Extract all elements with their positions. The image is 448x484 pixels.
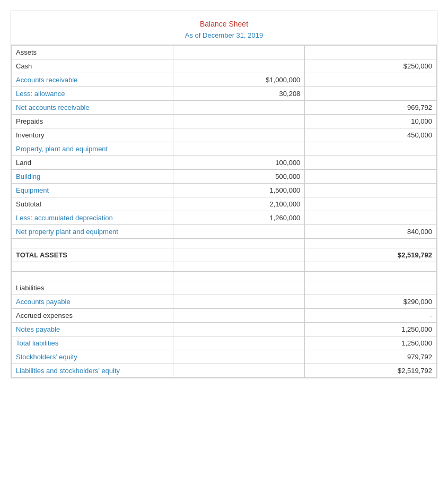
section-sub (173, 46, 305, 59)
total-value: $2,519,792 (305, 248, 437, 262)
total-value (305, 170, 437, 184)
sub-value: 2,100,000 (173, 197, 305, 211)
total-value (305, 156, 437, 170)
data-row: Less: accumulated depreciation 1,260,000 (12, 211, 437, 225)
account-label: Net property plant and equipment (12, 225, 173, 239)
sub-value (173, 142, 305, 156)
sub-value (173, 336, 305, 350)
sub-value (173, 295, 305, 309)
report-header: Balance Sheet As of December 31, 2019 (11, 11, 437, 45)
sub-value (173, 225, 305, 239)
section-total (305, 46, 437, 59)
total-value: 840,000 (305, 225, 437, 239)
data-row: Land 100,000 (12, 156, 437, 170)
data-row: Less: allowance 30,208 (12, 87, 437, 101)
sub-value: 30,208 (173, 87, 305, 101)
total-value: 979,792 (305, 350, 437, 364)
total-value: 450,000 (305, 128, 437, 142)
account-label: Liabilities and stockholders’ equity (12, 364, 173, 378)
data-row: Building 500,000 (12, 170, 437, 184)
sub-value: 1,260,000 (173, 211, 305, 225)
section-sub (173, 281, 305, 295)
data-row: Net accounts receivable 969,792 (12, 101, 437, 115)
report-title: Balance Sheet (15, 20, 433, 28)
sub-value (173, 350, 305, 364)
total-value (305, 142, 437, 156)
sub-value (173, 323, 305, 336)
sub-value (173, 309, 305, 323)
account-label: Subtotal (12, 197, 173, 211)
account-label: Inventory (12, 128, 173, 142)
account-label: Notes payable (12, 323, 173, 336)
balance-sheet-table: Assets Cash $250,000 Accounts receivable… (11, 45, 437, 378)
account-label: Less: accumulated depreciation (12, 211, 173, 225)
account-label: Less: allowance (12, 87, 173, 101)
total-value: $290,000 (305, 295, 437, 309)
data-row: Property, plant and equipment (12, 142, 437, 156)
data-row: Accrued expenses - (12, 309, 437, 323)
account-label: Land (12, 156, 173, 170)
total-value: 969,792 (305, 101, 437, 115)
sub-value (173, 128, 305, 142)
total-value: - (305, 309, 437, 323)
section-header-row: Assets (12, 46, 437, 59)
sub-value: $1,000,000 (173, 73, 305, 87)
data-row: Notes payable 1,250,000 (12, 323, 437, 336)
total-value: 10,000 (305, 115, 437, 128)
total-value (305, 197, 437, 211)
total-value (305, 211, 437, 225)
data-row: Cash $250,000 (12, 59, 437, 73)
data-row: Liabilities and stockholders’ equity $2,… (12, 364, 437, 378)
total-value (305, 73, 437, 87)
account-label: Equipment (12, 184, 173, 197)
data-row: Total liabilities 1,250,000 (12, 336, 437, 350)
account-label: Accounts receivable (12, 73, 173, 87)
section-label: Liabilities (12, 281, 173, 295)
total-row: TOTAL ASSETS $2,519,792 (12, 248, 437, 262)
sub-value (173, 364, 305, 378)
empty-row (12, 272, 437, 281)
data-row: Net property plant and equipment 840,000 (12, 225, 437, 239)
data-row: Equipment 1,500,000 (12, 184, 437, 197)
empty-row (12, 239, 437, 248)
sub-value: 100,000 (173, 156, 305, 170)
account-label: Accrued expenses (12, 309, 173, 323)
sub-value (173, 59, 305, 73)
section-total (305, 281, 437, 295)
total-value: 1,250,000 (305, 336, 437, 350)
account-label: Accounts payable (12, 295, 173, 309)
account-label: Prepaids (12, 115, 173, 128)
total-value: $2,519,792 (305, 364, 437, 378)
data-row: Prepaids 10,000 (12, 115, 437, 128)
sub-value (173, 101, 305, 115)
account-label: Cash (12, 59, 173, 73)
total-label: TOTAL ASSETS (12, 248, 173, 262)
total-value: $250,000 (305, 59, 437, 73)
total-value (305, 87, 437, 101)
data-row: Subtotal 2,100,000 (12, 197, 437, 211)
account-label: Property, plant and equipment (12, 142, 173, 156)
total-value (305, 184, 437, 197)
account-label: Total liabilities (12, 336, 173, 350)
account-label: Stockholders’ equity (12, 350, 173, 364)
empty-row (12, 262, 437, 272)
account-label: Net accounts receivable (12, 101, 173, 115)
data-row: Stockholders’ equity 979,792 (12, 350, 437, 364)
data-row: Accounts payable $290,000 (12, 295, 437, 309)
data-row: Inventory 450,000 (12, 128, 437, 142)
section-header-row: Liabilities (12, 281, 437, 295)
sub-value (173, 115, 305, 128)
section-label: Assets (12, 46, 173, 59)
total-value: 1,250,000 (305, 323, 437, 336)
balance-sheet-container: Balance Sheet As of December 31, 2019 As… (11, 11, 437, 378)
sub-value: 500,000 (173, 170, 305, 184)
account-label: Building (12, 170, 173, 184)
data-row: Accounts receivable $1,000,000 (12, 73, 437, 87)
sub-value: 1,500,000 (173, 184, 305, 197)
total-sub (173, 248, 305, 262)
report-subtitle: As of December 31, 2019 (15, 31, 433, 39)
